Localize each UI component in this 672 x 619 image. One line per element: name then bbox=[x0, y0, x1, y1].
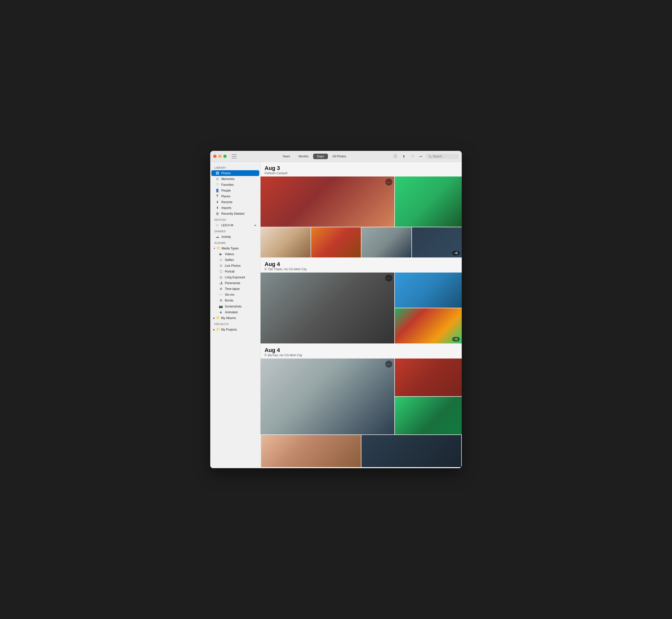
sidebar-item-slo-mo[interactable]: ⋯ Slo-mo bbox=[211, 292, 259, 297]
search-input[interactable] bbox=[432, 155, 457, 158]
sidebar-item-recents[interactable]: ⬇ Recents bbox=[211, 199, 259, 205]
info-button[interactable]: ⓘ bbox=[392, 153, 399, 160]
sidebar-item-favorites[interactable]: ♡ Favorites bbox=[211, 182, 259, 188]
photo-aug4b-extra1[interactable] bbox=[261, 435, 361, 467]
favorite-button[interactable]: ♡ bbox=[409, 153, 416, 160]
main-area: Library 🖼 Photos ⊙ Memories ♡ Favorites … bbox=[210, 162, 462, 468]
photo-aug4a-right2[interactable]: +1 bbox=[395, 308, 462, 343]
day-section-aug4a: Aug 4 P. Tân Thành, Ho Chi Minh City ···… bbox=[261, 258, 462, 343]
sidebar-item-recently-deleted[interactable]: 🗑 Recently Deleted bbox=[211, 211, 259, 216]
day-section-aug4b: Aug 4 P. Đa Kao, Ho Chi Minh City ··· bbox=[261, 344, 462, 468]
sidebar-toggle-button[interactable] bbox=[231, 154, 237, 158]
media-types-icon: 📁 bbox=[216, 247, 220, 250]
sidebar-item-time-lapse[interactable]: ⊛ Time-lapse bbox=[211, 286, 259, 292]
sidebar: Library 🖼 Photos ⊙ Memories ♡ Favorites … bbox=[210, 162, 261, 468]
photo-aug3-b4[interactable]: +5 bbox=[412, 227, 462, 258]
devices-section-label: Devices bbox=[210, 216, 260, 222]
aug3-photo-grid: ··· bbox=[261, 177, 462, 258]
media-types-expand[interactable]: ▼ 📁 Media Types bbox=[210, 246, 260, 251]
aug4a-photo-grid: ··· +1 bbox=[261, 273, 462, 343]
my-albums-icon: 📁 bbox=[216, 316, 220, 320]
aug4b-more-dots[interactable]: ··· bbox=[385, 360, 392, 367]
photo-area: Aug 3 Parkson Cantavil ··· bbox=[261, 162, 462, 468]
sidebar-item-screenshots[interactable]: 📷 Screenshots bbox=[211, 303, 259, 309]
sidebar-item-long-exposure[interactable]: ◎ Long Exposure bbox=[211, 274, 259, 280]
photo-aug3-right[interactable] bbox=[395, 177, 462, 227]
sidebar-item-photos[interactable]: 🖼 Photos bbox=[211, 170, 259, 176]
aug3-more-badge: +5 bbox=[452, 251, 460, 256]
my-albums-expand[interactable]: ▶ 📁 My Albums bbox=[210, 315, 260, 321]
tab-months[interactable]: Months bbox=[294, 154, 312, 159]
photo-aug4b-right1[interactable] bbox=[395, 358, 462, 396]
slo-mo-icon: ⋯ bbox=[219, 293, 223, 296]
people-icon: 👤 bbox=[215, 189, 219, 192]
day-location-aug4a: P. Tân Thành, Ho Chi Minh City bbox=[265, 268, 458, 271]
day-header-aug4b: Aug 4 P. Đa Kao, Ho Chi Minh City bbox=[261, 344, 462, 358]
search-box[interactable]: 🔍 bbox=[426, 154, 459, 159]
photo-aug4b-right2[interactable] bbox=[395, 397, 462, 434]
tab-days[interactable]: Days bbox=[313, 154, 328, 159]
aug4b-photo-grid: ··· bbox=[261, 358, 462, 434]
app-window: Years Months Days All Photos ⓘ ⬆ ♡ ↩ 🔍 L… bbox=[210, 151, 462, 468]
aug4a-more-dots[interactable]: ··· bbox=[385, 275, 392, 282]
day-location-aug3: Parkson Cantavil bbox=[265, 171, 458, 175]
rotate-button[interactable]: ↩ bbox=[417, 153, 424, 160]
sidebar-item-live-photos[interactable]: ⊙ Live Photos bbox=[211, 263, 259, 269]
albums-section-label: Albums bbox=[210, 239, 260, 246]
my-projects-expand[interactable]: ▶ 📁 My Projects bbox=[210, 327, 260, 332]
library-section-label: Library bbox=[210, 164, 260, 170]
sidebar-item-leica[interactable]: □ LEICA M ⏏ bbox=[211, 222, 259, 228]
aug3-more-dots[interactable]: ··· bbox=[385, 179, 392, 186]
aug4a-more-badge: +1 bbox=[452, 337, 460, 341]
close-button[interactable] bbox=[213, 155, 216, 158]
sidebar-item-panoramas[interactable]: 🏞 Panoramas bbox=[211, 280, 259, 286]
selfies-icon: ☺ bbox=[219, 258, 223, 262]
sidebar-item-people[interactable]: 👤 People bbox=[211, 188, 259, 193]
day-date-aug4a: Aug 4 bbox=[265, 261, 458, 268]
tab-allphotos[interactable]: All Photos bbox=[328, 154, 350, 159]
sidebar-item-portrait[interactable]: ⬡ Portrait bbox=[211, 269, 259, 274]
sidebar-item-bursts[interactable]: ⧉ Bursts bbox=[211, 297, 259, 303]
minimize-button[interactable] bbox=[218, 155, 221, 158]
places-icon: 📍 bbox=[215, 194, 219, 198]
imports-icon: ⬆ bbox=[215, 206, 219, 210]
sidebar-item-videos[interactable]: ▶ Videos bbox=[211, 251, 259, 257]
leica-icon: □ bbox=[215, 223, 219, 227]
day-header-aug3: Aug 3 Parkson Cantavil bbox=[261, 162, 462, 177]
my-albums-arrow-icon: ▶ bbox=[213, 317, 215, 319]
day-location-aug4b: P. Đa Kao, Ho Chi Minh City bbox=[265, 353, 458, 357]
screenshots-icon: 📷 bbox=[219, 304, 223, 308]
sidebar-item-places[interactable]: 📍 Places bbox=[211, 193, 259, 199]
photo-aug3-b3[interactable] bbox=[361, 227, 411, 258]
photo-aug4b-extra2[interactable] bbox=[361, 435, 461, 467]
photo-aug3-b2[interactable] bbox=[311, 227, 361, 258]
day-section-aug3: Aug 3 Parkson Cantavil ··· bbox=[261, 162, 462, 258]
photo-aug3-b1[interactable] bbox=[261, 227, 311, 258]
videos-icon: ▶ bbox=[219, 252, 223, 256]
sidebar-item-animated[interactable]: ◈ Animated bbox=[211, 309, 259, 315]
day-header-aug4a: Aug 4 P. Tân Thành, Ho Chi Minh City bbox=[261, 258, 462, 273]
my-projects-arrow-icon: ▶ bbox=[213, 328, 215, 331]
eject-icon[interactable]: ⏏ bbox=[254, 224, 256, 226]
expand-arrow-icon: ▼ bbox=[213, 247, 215, 250]
sidebar-item-memories[interactable]: ⊙ Memories bbox=[211, 176, 259, 182]
day-date-aug4b: Aug 4 bbox=[265, 347, 458, 353]
photo-aug4a-main[interactable]: ··· bbox=[261, 273, 394, 343]
day-date-aug3: Aug 3 bbox=[265, 165, 458, 171]
share-button[interactable]: ⬆ bbox=[400, 153, 407, 160]
sidebar-item-activity[interactable]: ☁ Activity bbox=[211, 234, 259, 239]
tab-years[interactable]: Years bbox=[278, 154, 294, 159]
sidebar-item-imports[interactable]: ⬆ Imports bbox=[211, 205, 259, 211]
portrait-icon: ⬡ bbox=[219, 270, 223, 273]
photo-aug4b-main[interactable]: ··· bbox=[261, 358, 394, 434]
bursts-icon: ⧉ bbox=[219, 298, 223, 302]
photo-aug3-main[interactable]: ··· bbox=[261, 177, 394, 227]
photo-aug4a-right1[interactable] bbox=[395, 273, 462, 308]
maximize-button[interactable] bbox=[223, 155, 226, 158]
traffic-lights bbox=[213, 155, 226, 158]
panoramas-icon: 🏞 bbox=[219, 281, 223, 285]
sidebar-item-selfies[interactable]: ☺ Selfies bbox=[211, 257, 259, 263]
titlebar: Years Months Days All Photos ⓘ ⬆ ♡ ↩ 🔍 bbox=[210, 151, 462, 162]
projects-section-label: Projects bbox=[210, 321, 260, 327]
favorites-icon: ♡ bbox=[215, 183, 219, 187]
